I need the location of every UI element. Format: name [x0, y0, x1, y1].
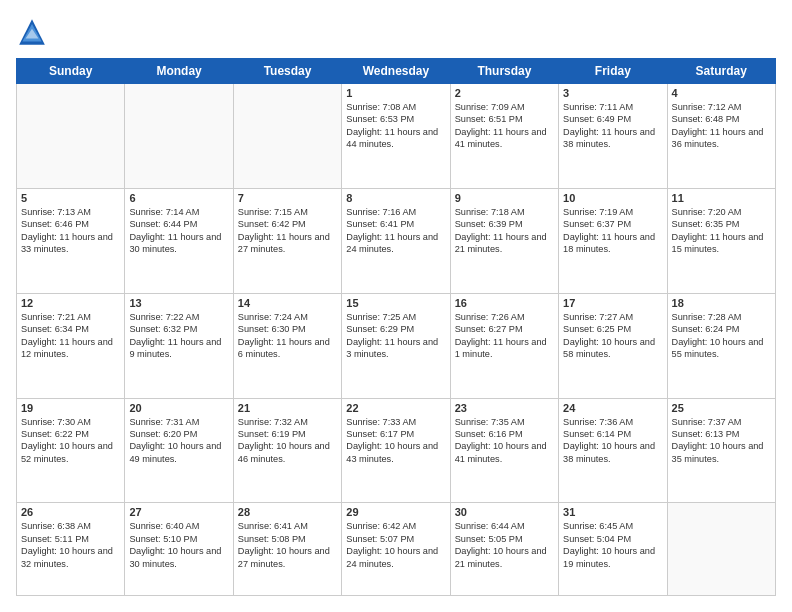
day-number: 28 [238, 506, 337, 518]
day-number: 5 [21, 192, 120, 204]
day-number: 22 [346, 402, 445, 414]
calendar-cell: 24Sunrise: 7:36 AM Sunset: 6:14 PM Dayli… [559, 398, 667, 503]
day-number: 8 [346, 192, 445, 204]
calendar-cell: 8Sunrise: 7:16 AM Sunset: 6:41 PM Daylig… [342, 188, 450, 293]
day-number: 1 [346, 87, 445, 99]
day-number: 19 [21, 402, 120, 414]
calendar-table: Sunday Monday Tuesday Wednesday Thursday… [16, 58, 776, 596]
calendar-cell: 13Sunrise: 7:22 AM Sunset: 6:32 PM Dayli… [125, 293, 233, 398]
calendar-cell [233, 84, 341, 189]
day-number: 25 [672, 402, 771, 414]
day-number: 2 [455, 87, 554, 99]
calendar-cell: 19Sunrise: 7:30 AM Sunset: 6:22 PM Dayli… [17, 398, 125, 503]
cell-info: Sunrise: 7:18 AM Sunset: 6:39 PM Dayligh… [455, 206, 554, 256]
col-tuesday: Tuesday [233, 59, 341, 84]
calendar-cell: 5Sunrise: 7:13 AM Sunset: 6:46 PM Daylig… [17, 188, 125, 293]
day-number: 15 [346, 297, 445, 309]
calendar-cell: 17Sunrise: 7:27 AM Sunset: 6:25 PM Dayli… [559, 293, 667, 398]
day-number: 29 [346, 506, 445, 518]
calendar-cell: 14Sunrise: 7:24 AM Sunset: 6:30 PM Dayli… [233, 293, 341, 398]
page: Sunday Monday Tuesday Wednesday Thursday… [0, 0, 792, 612]
day-number: 16 [455, 297, 554, 309]
col-wednesday: Wednesday [342, 59, 450, 84]
calendar-cell: 11Sunrise: 7:20 AM Sunset: 6:35 PM Dayli… [667, 188, 775, 293]
day-number: 27 [129, 506, 228, 518]
day-number: 9 [455, 192, 554, 204]
calendar-week-row: 12Sunrise: 7:21 AM Sunset: 6:34 PM Dayli… [17, 293, 776, 398]
day-number: 24 [563, 402, 662, 414]
cell-info: Sunrise: 7:27 AM Sunset: 6:25 PM Dayligh… [563, 311, 662, 361]
cell-info: Sunrise: 7:16 AM Sunset: 6:41 PM Dayligh… [346, 206, 445, 256]
col-friday: Friday [559, 59, 667, 84]
cell-info: Sunrise: 7:14 AM Sunset: 6:44 PM Dayligh… [129, 206, 228, 256]
cell-info: Sunrise: 7:19 AM Sunset: 6:37 PM Dayligh… [563, 206, 662, 256]
logo [16, 16, 52, 48]
cell-info: Sunrise: 6:42 AM Sunset: 5:07 PM Dayligh… [346, 520, 445, 570]
cell-info: Sunrise: 7:11 AM Sunset: 6:49 PM Dayligh… [563, 101, 662, 151]
calendar-cell: 2Sunrise: 7:09 AM Sunset: 6:51 PM Daylig… [450, 84, 558, 189]
col-sunday: Sunday [17, 59, 125, 84]
calendar-cell: 3Sunrise: 7:11 AM Sunset: 6:49 PM Daylig… [559, 84, 667, 189]
day-number: 23 [455, 402, 554, 414]
day-number: 13 [129, 297, 228, 309]
calendar-cell: 28Sunrise: 6:41 AM Sunset: 5:08 PM Dayli… [233, 503, 341, 596]
cell-info: Sunrise: 7:35 AM Sunset: 6:16 PM Dayligh… [455, 416, 554, 466]
calendar-cell: 20Sunrise: 7:31 AM Sunset: 6:20 PM Dayli… [125, 398, 233, 503]
day-number: 3 [563, 87, 662, 99]
cell-info: Sunrise: 7:13 AM Sunset: 6:46 PM Dayligh… [21, 206, 120, 256]
calendar-cell: 29Sunrise: 6:42 AM Sunset: 5:07 PM Dayli… [342, 503, 450, 596]
calendar-cell: 16Sunrise: 7:26 AM Sunset: 6:27 PM Dayli… [450, 293, 558, 398]
cell-info: Sunrise: 6:45 AM Sunset: 5:04 PM Dayligh… [563, 520, 662, 570]
cell-info: Sunrise: 7:30 AM Sunset: 6:22 PM Dayligh… [21, 416, 120, 466]
calendar-week-row: 26Sunrise: 6:38 AM Sunset: 5:11 PM Dayli… [17, 503, 776, 596]
calendar-cell: 27Sunrise: 6:40 AM Sunset: 5:10 PM Dayli… [125, 503, 233, 596]
calendar-cell: 25Sunrise: 7:37 AM Sunset: 6:13 PM Dayli… [667, 398, 775, 503]
day-number: 10 [563, 192, 662, 204]
calendar-header-row: Sunday Monday Tuesday Wednesday Thursday… [17, 59, 776, 84]
calendar-cell: 15Sunrise: 7:25 AM Sunset: 6:29 PM Dayli… [342, 293, 450, 398]
cell-info: Sunrise: 6:38 AM Sunset: 5:11 PM Dayligh… [21, 520, 120, 570]
calendar-week-row: 1Sunrise: 7:08 AM Sunset: 6:53 PM Daylig… [17, 84, 776, 189]
calendar-cell: 21Sunrise: 7:32 AM Sunset: 6:19 PM Dayli… [233, 398, 341, 503]
day-number: 7 [238, 192, 337, 204]
calendar-cell [125, 84, 233, 189]
calendar-cell: 1Sunrise: 7:08 AM Sunset: 6:53 PM Daylig… [342, 84, 450, 189]
logo-icon [16, 16, 48, 48]
cell-info: Sunrise: 7:21 AM Sunset: 6:34 PM Dayligh… [21, 311, 120, 361]
cell-info: Sunrise: 7:25 AM Sunset: 6:29 PM Dayligh… [346, 311, 445, 361]
cell-info: Sunrise: 6:41 AM Sunset: 5:08 PM Dayligh… [238, 520, 337, 570]
calendar-cell: 18Sunrise: 7:28 AM Sunset: 6:24 PM Dayli… [667, 293, 775, 398]
cell-info: Sunrise: 7:32 AM Sunset: 6:19 PM Dayligh… [238, 416, 337, 466]
day-number: 31 [563, 506, 662, 518]
cell-info: Sunrise: 6:44 AM Sunset: 5:05 PM Dayligh… [455, 520, 554, 570]
day-number: 17 [563, 297, 662, 309]
cell-info: Sunrise: 7:15 AM Sunset: 6:42 PM Dayligh… [238, 206, 337, 256]
day-number: 6 [129, 192, 228, 204]
calendar-cell: 6Sunrise: 7:14 AM Sunset: 6:44 PM Daylig… [125, 188, 233, 293]
calendar-cell: 30Sunrise: 6:44 AM Sunset: 5:05 PM Dayli… [450, 503, 558, 596]
calendar-cell: 4Sunrise: 7:12 AM Sunset: 6:48 PM Daylig… [667, 84, 775, 189]
calendar-cell: 22Sunrise: 7:33 AM Sunset: 6:17 PM Dayli… [342, 398, 450, 503]
cell-info: Sunrise: 7:20 AM Sunset: 6:35 PM Dayligh… [672, 206, 771, 256]
cell-info: Sunrise: 7:09 AM Sunset: 6:51 PM Dayligh… [455, 101, 554, 151]
calendar-cell: 26Sunrise: 6:38 AM Sunset: 5:11 PM Dayli… [17, 503, 125, 596]
cell-info: Sunrise: 7:26 AM Sunset: 6:27 PM Dayligh… [455, 311, 554, 361]
calendar-week-row: 19Sunrise: 7:30 AM Sunset: 6:22 PM Dayli… [17, 398, 776, 503]
day-number: 14 [238, 297, 337, 309]
calendar-cell [667, 503, 775, 596]
col-saturday: Saturday [667, 59, 775, 84]
day-number: 4 [672, 87, 771, 99]
day-number: 30 [455, 506, 554, 518]
cell-info: Sunrise: 7:36 AM Sunset: 6:14 PM Dayligh… [563, 416, 662, 466]
day-number: 20 [129, 402, 228, 414]
cell-info: Sunrise: 7:33 AM Sunset: 6:17 PM Dayligh… [346, 416, 445, 466]
day-number: 26 [21, 506, 120, 518]
calendar-cell: 7Sunrise: 7:15 AM Sunset: 6:42 PM Daylig… [233, 188, 341, 293]
calendar-cell: 31Sunrise: 6:45 AM Sunset: 5:04 PM Dayli… [559, 503, 667, 596]
day-number: 11 [672, 192, 771, 204]
calendar-cell: 9Sunrise: 7:18 AM Sunset: 6:39 PM Daylig… [450, 188, 558, 293]
cell-info: Sunrise: 7:28 AM Sunset: 6:24 PM Dayligh… [672, 311, 771, 361]
col-thursday: Thursday [450, 59, 558, 84]
calendar-cell: 23Sunrise: 7:35 AM Sunset: 6:16 PM Dayli… [450, 398, 558, 503]
calendar-week-row: 5Sunrise: 7:13 AM Sunset: 6:46 PM Daylig… [17, 188, 776, 293]
